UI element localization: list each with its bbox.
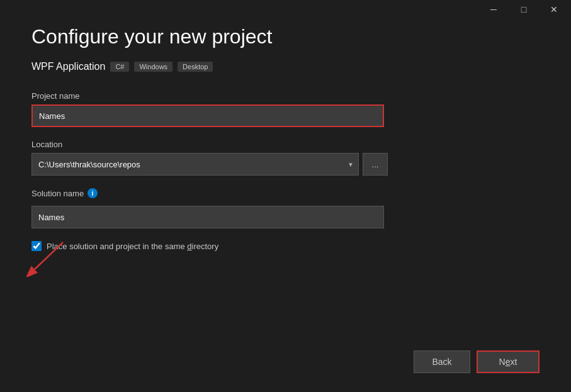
tag-desktop: Desktop xyxy=(178,62,213,72)
same-directory-checkbox[interactable] xyxy=(31,241,42,251)
next-button[interactable]: Next xyxy=(477,350,540,373)
info-icon: i xyxy=(88,188,98,198)
checkbox-label-underline: d xyxy=(187,242,191,251)
maximize-button[interactable]: □ xyxy=(509,0,538,19)
location-group: Location C:\Users\thrak\source\repos ▼ .… xyxy=(31,140,540,176)
main-content: Configure your new project WPF Applicati… xyxy=(0,0,571,392)
same-directory-label: Place solution and project in the same d… xyxy=(47,242,218,251)
project-name-input[interactable] xyxy=(31,104,384,127)
solution-name-label-row: Solution name i xyxy=(31,188,540,198)
next-label-prefix: N xyxy=(499,357,506,367)
bottom-bar: Back Next xyxy=(31,338,540,373)
app-type-label: WPF Application xyxy=(31,61,105,72)
solution-name-label: Solution name xyxy=(31,189,84,198)
next-label-suffix: xt xyxy=(511,357,517,367)
subtitle-row: WPF Application C# Windows Desktop xyxy=(31,61,540,72)
close-button[interactable]: ✕ xyxy=(540,0,568,19)
location-select-wrapper: C:\Users\thrak\source\repos ▼ xyxy=(31,153,359,176)
location-select[interactable]: C:\Users\thrak\source\repos xyxy=(31,153,359,176)
next-label-underline: e xyxy=(506,357,511,367)
project-name-label: Project name xyxy=(31,91,540,101)
tag-csharp: C# xyxy=(110,62,129,72)
checkbox-row: Place solution and project in the same d… xyxy=(31,241,540,251)
minimize-button[interactable]: ─ xyxy=(479,0,508,19)
solution-name-group: Solution name i xyxy=(31,188,540,228)
solution-name-input[interactable] xyxy=(31,206,384,228)
page-title: Configure your new project xyxy=(31,25,540,48)
tag-windows: Windows xyxy=(134,62,172,72)
form-section: Project name Location C:\Users\thrak\sou… xyxy=(31,91,540,338)
back-button[interactable]: Back xyxy=(414,350,470,373)
location-row: C:\Users\thrak\source\repos ▼ ... xyxy=(31,153,540,176)
location-label: Location xyxy=(31,140,540,149)
title-bar: ─ □ ✕ xyxy=(479,0,571,19)
browse-button[interactable]: ... xyxy=(363,153,388,176)
project-name-group: Project name xyxy=(31,91,540,127)
